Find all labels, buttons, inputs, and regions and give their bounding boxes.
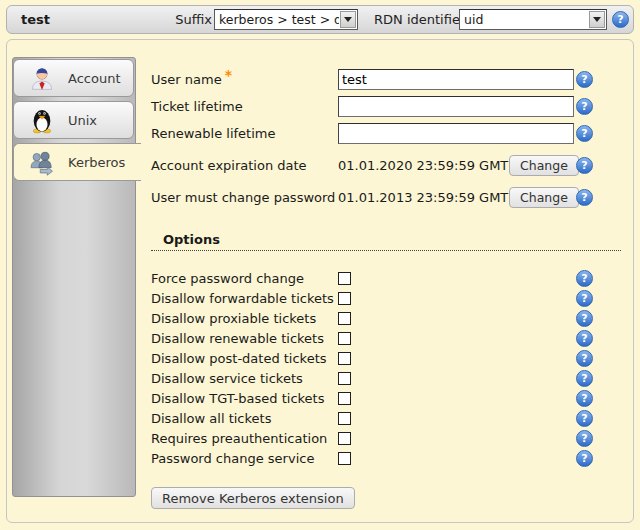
help-icon[interactable]: ? bbox=[576, 390, 593, 407]
rdn-identifier-label: RDN identifier bbox=[374, 6, 465, 33]
options-heading: Options bbox=[151, 232, 621, 251]
account-user-icon bbox=[28, 64, 56, 92]
rdn-selected-value: uid bbox=[460, 12, 588, 27]
option-row: Disallow proxiable tickets ? bbox=[151, 308, 621, 328]
option-row: Disallow forwardable tickets ? bbox=[151, 288, 621, 308]
help-icon[interactable]: ? bbox=[576, 450, 593, 467]
option-label: Disallow forwardable tickets bbox=[151, 291, 338, 306]
field-row-renewable-lifetime: Renewable lifetime ? bbox=[151, 121, 621, 145]
tab-label: Kerberos bbox=[68, 155, 125, 170]
password-change-label: User must change password bbox=[151, 190, 338, 205]
disallow-post-dated-tickets-checkbox[interactable] bbox=[338, 352, 351, 365]
renewable-lifetime-input[interactable] bbox=[338, 123, 574, 144]
help-icon[interactable]: ? bbox=[576, 71, 593, 88]
user-name-label: User name* bbox=[151, 71, 338, 87]
tab-account[interactable]: Account bbox=[13, 59, 134, 97]
tab-label: Unix bbox=[68, 113, 97, 128]
help-icon[interactable]: ? bbox=[576, 270, 593, 287]
help-icon[interactable]: ? bbox=[576, 189, 593, 206]
password-change-value: 01.01.2013 23:59:59 GMT bbox=[338, 190, 509, 205]
account-title: test bbox=[21, 6, 50, 33]
disallow-renewable-tickets-checkbox[interactable] bbox=[338, 332, 351, 345]
help-icon[interactable]: ? bbox=[576, 157, 593, 174]
help-icon[interactable]: ? bbox=[576, 410, 593, 427]
option-row: Disallow renewable tickets ? bbox=[151, 328, 621, 348]
field-row-user-name: User name* ? bbox=[151, 67, 621, 91]
account-edit-panel: Account Unix Kerberos bbox=[6, 39, 634, 523]
ticket-lifetime-input[interactable] bbox=[338, 96, 574, 117]
renewable-lifetime-label: Renewable lifetime bbox=[151, 126, 338, 141]
option-label: Password change service bbox=[151, 451, 338, 466]
tab-unix[interactable]: Unix bbox=[13, 101, 134, 139]
field-row-account-expiration: Account expiration date 01.01.2020 23:59… bbox=[151, 153, 621, 177]
option-row: Force password change ? bbox=[151, 268, 621, 288]
disallow-all-tickets-checkbox[interactable] bbox=[338, 412, 351, 425]
disallow-tgt-based-tickets-checkbox[interactable] bbox=[338, 392, 351, 405]
option-label: Disallow service tickets bbox=[151, 371, 338, 386]
option-label: Disallow renewable tickets bbox=[151, 331, 338, 346]
account-expiration-value: 01.01.2020 23:59:59 GMT bbox=[338, 158, 509, 173]
required-marker: * bbox=[225, 67, 232, 83]
chevron-down-icon[interactable] bbox=[340, 11, 356, 28]
force-password-change-checkbox[interactable] bbox=[338, 272, 351, 285]
option-row: Password change service ? bbox=[151, 448, 621, 468]
option-label: Disallow TGT-based tickets bbox=[151, 391, 338, 406]
header-bar: test Suffix kerberos > test > de RDN ide… bbox=[6, 5, 634, 34]
change-password-date-button[interactable]: Change bbox=[509, 187, 579, 208]
option-label: Disallow post-dated tickets bbox=[151, 351, 338, 366]
kerberos-group-icon bbox=[28, 148, 56, 176]
help-icon[interactable]: ? bbox=[576, 330, 593, 347]
tab-label: Account bbox=[68, 71, 121, 86]
user-name-input[interactable] bbox=[338, 69, 574, 90]
ticket-lifetime-label: Ticket lifetime bbox=[151, 99, 338, 114]
option-label: Disallow proxiable tickets bbox=[151, 311, 338, 326]
disallow-proxiable-tickets-checkbox[interactable] bbox=[338, 312, 351, 325]
disallow-forwardable-tickets-checkbox[interactable] bbox=[338, 292, 351, 305]
rdn-identifier-select[interactable]: uid bbox=[459, 9, 607, 30]
help-icon[interactable]: ? bbox=[576, 98, 593, 115]
help-icon[interactable]: ? bbox=[576, 350, 593, 367]
option-row: Disallow all tickets ? bbox=[151, 408, 621, 428]
account-expiration-label: Account expiration date bbox=[151, 158, 338, 173]
help-icon[interactable]: ? bbox=[576, 290, 593, 307]
help-icon[interactable]: ? bbox=[576, 125, 593, 142]
suffix-label: Suffix bbox=[152, 6, 212, 33]
help-icon[interactable]: ? bbox=[576, 370, 593, 387]
remove-kerberos-extension-button[interactable]: Remove Kerberos extension bbox=[151, 487, 355, 509]
disallow-service-tickets-checkbox[interactable] bbox=[338, 372, 351, 385]
help-icon[interactable]: ? bbox=[612, 11, 629, 28]
option-row: Disallow service tickets ? bbox=[151, 368, 621, 388]
change-expiration-button[interactable]: Change bbox=[509, 155, 579, 176]
option-label: Requires preauthentication bbox=[151, 431, 338, 446]
field-row-ticket-lifetime: Ticket lifetime ? bbox=[151, 94, 621, 118]
option-row: Requires preauthentication ? bbox=[151, 428, 621, 448]
password-change-service-checkbox[interactable] bbox=[338, 452, 351, 465]
chevron-down-icon[interactable] bbox=[589, 11, 605, 28]
option-label: Force password change bbox=[151, 271, 338, 286]
suffix-select[interactable]: kerberos > test > de bbox=[214, 9, 358, 30]
help-icon[interactable]: ? bbox=[576, 430, 593, 447]
tab-kerberos[interactable]: Kerberos bbox=[13, 143, 141, 181]
option-row: Disallow TGT-based tickets ? bbox=[151, 388, 621, 408]
field-row-password-change-date: User must change password 01.01.2013 23:… bbox=[151, 185, 621, 209]
tux-penguin-icon bbox=[28, 106, 56, 134]
suffix-selected-value: kerberos > test > de bbox=[215, 12, 339, 27]
requires-preauthentication-checkbox[interactable] bbox=[338, 432, 351, 445]
option-row: Disallow post-dated tickets ? bbox=[151, 348, 621, 368]
help-icon[interactable]: ? bbox=[576, 310, 593, 327]
option-label: Disallow all tickets bbox=[151, 411, 338, 426]
